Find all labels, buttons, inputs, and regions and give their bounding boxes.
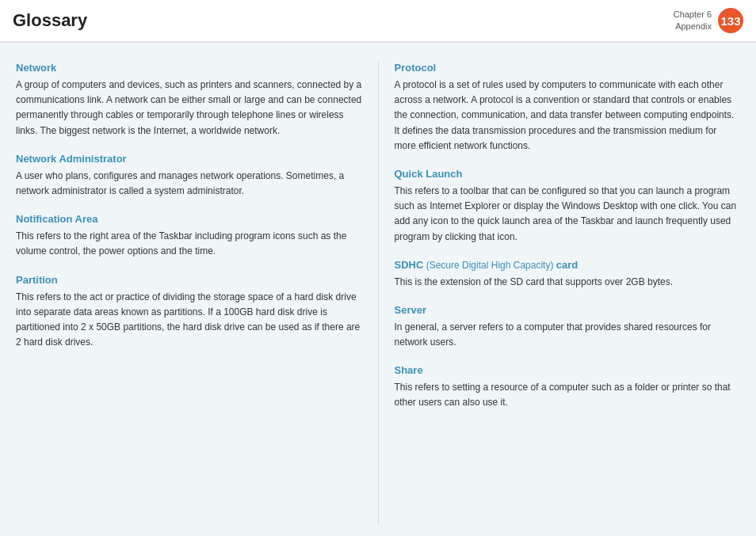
main-content: Network A group of computers and devices… bbox=[0, 43, 756, 536]
term-partition-body: This refers to the act or practice of di… bbox=[16, 290, 362, 351]
term-share-body: This refers to setting a resource of a c… bbox=[395, 380, 741, 410]
term-notification-area-title: Notification Area bbox=[16, 213, 362, 225]
term-server-title: Server bbox=[395, 304, 741, 316]
term-partition: Partition This refers to the act or prac… bbox=[16, 274, 362, 351]
term-notification-area: Notification Area This refers to the rig… bbox=[16, 213, 362, 259]
term-quick-launch-body: This refers to a toolbar that can be con… bbox=[395, 184, 741, 245]
page-header: Glossary Chapter 6 Appendix 133 bbox=[0, 0, 756, 43]
term-network-body: A group of computers and devices, such a… bbox=[16, 78, 362, 139]
term-protocol-body: A protocol is a set of rules used by com… bbox=[395, 78, 741, 154]
left-column: Network A group of computers and devices… bbox=[16, 62, 379, 525]
page-number-badge: 133 bbox=[718, 8, 743, 33]
term-network-administrator: Network Administrator A user who plans, … bbox=[16, 153, 362, 199]
header-right: Chapter 6 Appendix 133 bbox=[674, 8, 743, 33]
term-network-administrator-body: A user who plans, configures and manages… bbox=[16, 169, 362, 199]
sdhc-normal-label: (Secure Digital High Capacity) bbox=[423, 260, 556, 271]
term-server-body: In general, a server refers to a compute… bbox=[395, 320, 741, 350]
term-notification-area-body: This refers to the right area of the Tas… bbox=[16, 229, 362, 259]
page-title: Glossary bbox=[13, 10, 87, 31]
term-network-title: Network bbox=[16, 62, 362, 74]
term-share: Share This refers to setting a resource … bbox=[395, 364, 741, 410]
term-quick-launch: Quick Launch This refers to a toolbar th… bbox=[395, 168, 741, 245]
term-sdhc-title: SDHC (Secure Digital High Capacity) card bbox=[395, 259, 741, 271]
right-column: Protocol A protocol is a set of rules us… bbox=[379, 62, 741, 525]
term-network-administrator-title: Network Administrator bbox=[16, 153, 362, 165]
term-share-title: Share bbox=[395, 364, 741, 376]
chapter-label: Chapter 6 Appendix bbox=[674, 9, 712, 33]
term-protocol-title: Protocol bbox=[395, 62, 741, 74]
term-sdhc-body: This is the extension of the SD card tha… bbox=[395, 275, 741, 290]
term-server: Server In general, a server refers to a … bbox=[395, 304, 741, 350]
term-protocol: Protocol A protocol is a set of rules us… bbox=[395, 62, 741, 154]
term-quick-launch-title: Quick Launch bbox=[395, 168, 741, 180]
term-partition-title: Partition bbox=[16, 274, 362, 286]
sdhc-card-label: card bbox=[556, 259, 578, 271]
term-network: Network A group of computers and devices… bbox=[16, 62, 362, 139]
term-sdhc: SDHC (Secure Digital High Capacity) card… bbox=[395, 259, 741, 290]
sdhc-bold-label: SDHC bbox=[395, 259, 424, 271]
